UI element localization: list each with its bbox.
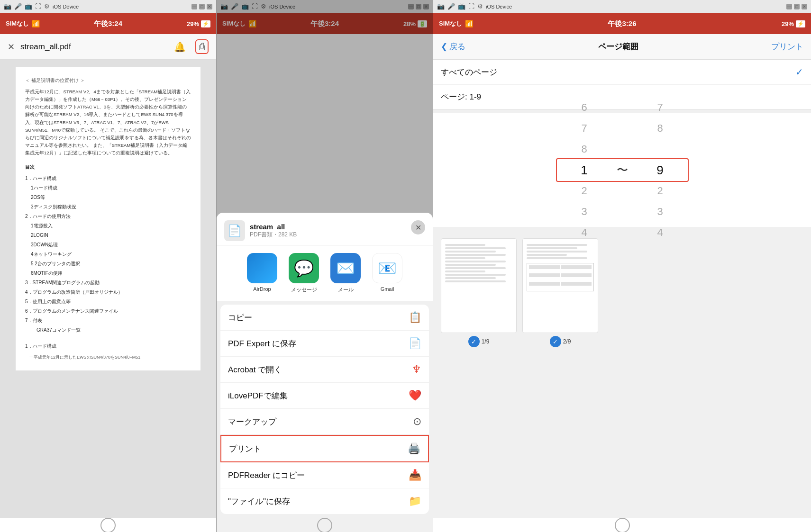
app-item-mail[interactable]: ✉️ メール <box>330 253 361 293</box>
print-nav-title: ページ範囲 <box>598 41 638 52</box>
action-pdfreader-label: PDFReader にコピー <box>228 470 305 481</box>
thumb-check-1: ✓ <box>468 336 480 347</box>
toc-item-17: GRA37コマンド一覧 <box>25 325 191 335</box>
save-files-icon: 📁 <box>409 495 421 507</box>
gmail-icon-btn[interactable]: 📧 <box>372 253 402 283</box>
pdf-nav: ＜ 補足説明書の位置付け ＞ <box>25 77 191 84</box>
status-time-1: 午後3:24 <box>94 19 122 28</box>
tc-1 <box>529 265 560 269</box>
panel-2: 📷 🎤 📺 ⛶ ⚙ iOS Device — □ ✕ SIMなし 📶 午後3:2… <box>217 0 433 532</box>
minimize-btn-3[interactable]: — <box>786 4 792 9</box>
expand-icon: ⛶ <box>35 3 41 10</box>
toc-item-9: 4ネットワーキング <box>25 250 191 259</box>
thumb-label-2: 2/9 <box>563 338 571 345</box>
pdf-thumb-icon: 📄 <box>228 224 242 237</box>
close-btn-3[interactable]: ✕ <box>802 4 807 9</box>
mail-icon-btn[interactable]: ✉️ <box>330 253 361 283</box>
tl-1 <box>445 244 485 246</box>
action-acrobat[interactable]: Acrobat で開く ♆ <box>220 357 429 383</box>
battery-icon-1: ⚡ <box>201 20 210 27</box>
back-btn[interactable]: ❮ 戻る <box>441 41 465 52</box>
picker-to-selected: 9 <box>632 160 689 180</box>
markup-icon: ⊙ <box>413 415 421 428</box>
home-btn-1[interactable] <box>100 518 116 532</box>
action-save-files[interactable]: "ファイル"に保存 📁 <box>220 488 429 514</box>
action-ilovepdf[interactable]: iLovePDFで編集 ❤️ <box>220 383 429 409</box>
print-action-btn[interactable]: プリント <box>771 41 803 52</box>
minimize-btn-1[interactable]: — <box>191 4 197 9</box>
carrier-label-1: SIMなし <box>6 19 29 28</box>
picker-from-col[interactable]: 6 7 8 1 2 3 4 <box>556 97 613 243</box>
maximize-btn-1[interactable]: □ <box>199 4 205 9</box>
thumb-item-2[interactable]: ✓ 2/9 <box>522 238 598 347</box>
thumb-img-2 <box>522 238 598 333</box>
home-btn-3[interactable] <box>615 518 630 532</box>
thumb-lines-1 <box>441 239 516 333</box>
pdf-page-1: ＜ 補足説明書の位置付け ＞ 平成元年12月に、STREAM V2、4までを対象… <box>16 67 200 370</box>
share-close-btn[interactable]: ✕ <box>411 220 425 234</box>
option-all-pages[interactable]: すべてのページ ✓ <box>433 60 811 85</box>
tl-2 <box>445 247 506 249</box>
maximize-btn-3[interactable]: □ <box>794 4 800 9</box>
pdf-close-btn[interactable]: ✕ <box>8 42 15 52</box>
picker-from-selected: 1 <box>556 160 613 180</box>
pdf-toc: 目次 1．ハード構成 1ハード構成 2OS等 3ディスク別稼動状況 2．ハードの… <box>25 162 191 335</box>
action-markup[interactable]: マークアップ ⊙ <box>220 409 429 435</box>
close-btn-1[interactable]: ✕ <box>207 4 212 9</box>
window-controls-1: — □ ✕ <box>191 4 212 9</box>
pdf-footer: 1．ハード構成 <box>25 343 191 350</box>
toc-item-4: 3ディスク別稼動状況 <box>25 202 191 212</box>
app-item-airdrop[interactable]: AirDrop <box>247 253 277 293</box>
action-pdfreader[interactable]: PDFReader にコピー 📥 <box>220 462 429 488</box>
home-btn-2[interactable] <box>317 518 332 532</box>
window-controls-3: — □ ✕ <box>786 4 807 9</box>
pdfreader-icon: 📥 <box>409 469 421 481</box>
titlebar-1: 📷 🎤 📺 ⛶ ⚙ iOS Device — □ ✕ <box>0 0 216 13</box>
action-print[interactable]: プリント 🖨️ <box>220 435 429 462</box>
thumb-item-1[interactable]: ✓ 1/9 <box>441 238 517 347</box>
pdf-filename: stream_all.pdf <box>20 42 166 52</box>
status-time-3: 午後3:26 <box>608 19 636 28</box>
app-item-messages[interactable]: 💬 メッセージ <box>289 253 319 293</box>
mic-icon: 🎤 <box>14 3 22 10</box>
picker-sep: 〜 <box>613 162 632 178</box>
picker-from-3: 3 <box>556 201 613 222</box>
thumb-lines-2 <box>523 239 598 333</box>
pdf-paragraph: 平成元年12月に、STREAM V2、4までを対象とした「STREAM補足説明書… <box>25 88 191 157</box>
toc-item-12: 3．STREAM関連プログラムの起動 <box>25 278 191 288</box>
app-item-gmail[interactable]: 📧 Gmail <box>372 253 402 293</box>
tc-2 <box>561 265 592 269</box>
app-header-1: ✕ stream_all.pdf 🔔 ⎙ <box>0 34 216 60</box>
tl2-4 <box>527 254 567 256</box>
back-label: 戻る <box>449 41 465 52</box>
action-ilovepdf-label: iLovePDFで編集 <box>228 390 288 401</box>
battery-icon-3: ⚡ <box>796 20 805 27</box>
titlebar-label-1: iOS Device <box>53 4 79 9</box>
action-pdf-expert[interactable]: PDF Expert に保存 📄 <box>220 331 429 357</box>
messages-icon-btn[interactable]: 💬 <box>289 253 319 283</box>
thumb-table <box>527 263 594 291</box>
notification-btn[interactable]: 🔔 <box>172 39 188 54</box>
tl2-3 <box>527 251 587 252</box>
option-page-range[interactable]: ページ: 1-9 <box>433 85 811 109</box>
expand-icon-3: ⛶ <box>468 3 474 10</box>
tl2-2 <box>527 247 577 249</box>
action-copy[interactable]: コピー 📋 <box>220 305 429 331</box>
toc-item-11: 6MOTIFの使用 <box>25 269 191 278</box>
print-nav: ❮ 戻る ページ範囲 プリント <box>433 34 811 60</box>
panel-3: 📷 🎤 📺 ⛶ ⚙ iOS Device — □ ✕ SIMなし 📶 午後3:2… <box>433 0 811 532</box>
tl2-1 <box>527 244 587 246</box>
tc-5 <box>529 282 560 286</box>
tl-5 <box>445 257 485 259</box>
tl-6 <box>445 261 506 262</box>
tl-9 <box>445 271 485 272</box>
toc-item-13: 4．プログラムの改造箇所（戸田オリジナル） <box>25 288 191 297</box>
picker-from-6: 6 <box>556 97 613 118</box>
toc-item-5: 2．ハードの使用方法 <box>25 212 191 221</box>
picker-from-8: 8 <box>556 139 613 160</box>
mic-icon-3: 🎤 <box>447 3 455 10</box>
share-filesize: PDF書類・282 KB <box>250 231 297 239</box>
picker-to-col[interactable]: 7 8 9 2 3 4 <box>632 97 689 243</box>
share-btn[interactable]: ⎙ <box>195 39 209 54</box>
airdrop-icon-btn[interactable] <box>247 253 277 283</box>
